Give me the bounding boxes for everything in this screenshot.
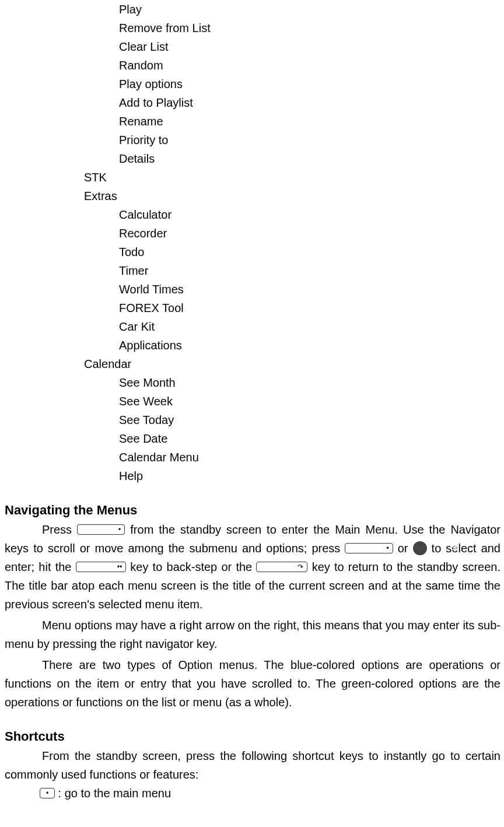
text-fragment: : go to the main menu bbox=[55, 787, 171, 800]
menu-item: Help bbox=[2, 467, 502, 485]
end-key-icon: ↷ bbox=[256, 562, 307, 572]
softkey-dot-icon: • bbox=[345, 543, 393, 553]
menu-item: Random bbox=[2, 56, 502, 75]
paragraph-nav-2: Menu options may have a right arrow on t… bbox=[2, 616, 502, 653]
menu-item: Play bbox=[2, 0, 502, 19]
menu-item: See Date bbox=[2, 429, 502, 448]
menu-item: Clear List bbox=[2, 37, 502, 56]
menu-item: See Week bbox=[2, 392, 502, 411]
menu-item: Rename bbox=[2, 112, 502, 131]
menu-item: Car Kit bbox=[2, 317, 502, 336]
menu-item: Calculator bbox=[2, 205, 502, 224]
shortcut-line-1: • : go to the main menu bbox=[2, 784, 502, 803]
menu-item: Play options bbox=[2, 75, 502, 93]
menu-tree: Play Remove from List Clear List Random … bbox=[2, 0, 502, 485]
menu-item: Remove from List bbox=[2, 19, 502, 37]
menu-category-calendar: Calendar bbox=[2, 355, 502, 373]
paragraph-nav-1: Press • from the standby screen to enter… bbox=[2, 520, 502, 614]
menu-item: Calendar Menu bbox=[2, 448, 502, 467]
heading-navigating: Navigating the Menus bbox=[2, 503, 502, 518]
softkey-dot-icon: • bbox=[40, 788, 55, 798]
paragraph-nav-3: There are two types of Option menus. The… bbox=[2, 656, 502, 712]
menu-item: Timer bbox=[2, 261, 502, 280]
menu-item: FOREX Tool bbox=[2, 299, 502, 317]
menu-item: Recorder bbox=[2, 224, 502, 243]
menu-item: Todo bbox=[2, 243, 502, 261]
heading-shortcuts: Shortcuts bbox=[2, 729, 502, 744]
softkey-twodot-icon: •• bbox=[76, 562, 126, 572]
menu-item: Priority to bbox=[2, 131, 502, 149]
menu-item: See Today bbox=[2, 411, 502, 429]
menu-item: Details bbox=[2, 149, 502, 168]
menu-item: See Month bbox=[2, 373, 502, 392]
text-fragment: Press bbox=[42, 523, 77, 536]
softkey-dot-icon: • bbox=[77, 524, 125, 535]
menu-category-stk: STK bbox=[2, 168, 502, 187]
menu-item: Add to Playlist bbox=[2, 93, 502, 112]
menu-item: Applications bbox=[2, 336, 502, 355]
paragraph-shortcuts-1: From the standby screen, press the follo… bbox=[2, 747, 502, 784]
document-page: Play Remove from List Clear List Random … bbox=[0, 0, 504, 803]
text-fragment: or bbox=[393, 542, 413, 555]
text-fragment: key to back-step or the bbox=[126, 560, 256, 573]
menu-item: World Times bbox=[2, 280, 502, 299]
menu-category-extras: Extras bbox=[2, 187, 502, 205]
ok-key-icon: OK bbox=[413, 541, 427, 555]
